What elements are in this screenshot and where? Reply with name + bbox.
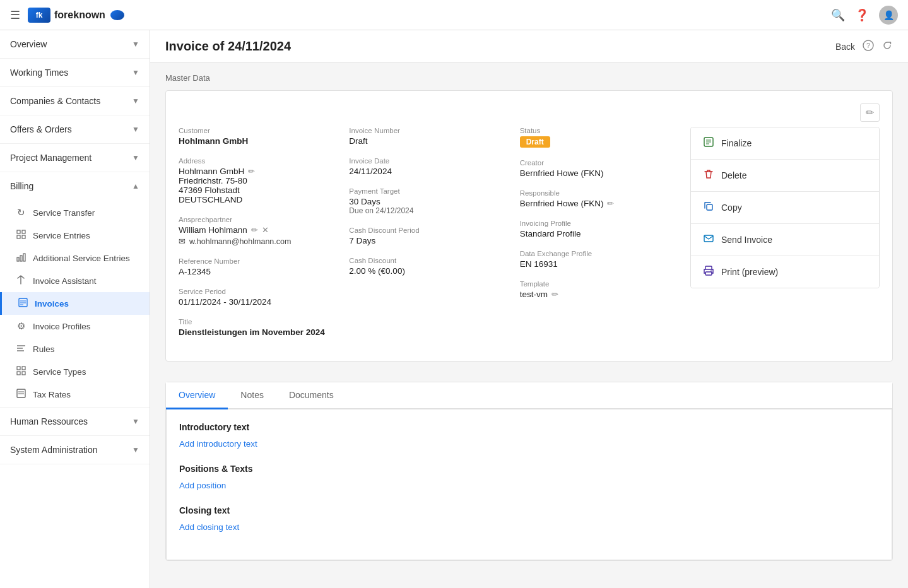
field-responsible: Responsible Bernfried Howe (FKN) ✏ <box>520 189 678 208</box>
address-country: DEUTSCHLAND <box>179 195 336 204</box>
contact-email: w.hohlmann@hohlmann.com <box>189 237 291 246</box>
tab-documents[interactable]: Documents <box>276 382 346 409</box>
main-header: Invoice of 24/11/2024 Back ? <box>150 30 908 63</box>
contact-email-row: ✉ w.hohlmann@hohlmann.com <box>179 237 336 246</box>
print-preview-label: Print (preview) <box>721 267 778 277</box>
edit-address-icon[interactable]: ✏ <box>248 167 255 176</box>
send-invoice-label: Send Invoice <box>721 235 772 245</box>
app-logo: fk foreknown <box>28 8 124 23</box>
field-creator: Creator Bernfried Howe (FKN) <box>520 159 678 178</box>
responsible-value: Bernfried Howe (FKN) <box>520 199 604 208</box>
field-customer: Customer Hohlmann GmbH <box>179 127 336 146</box>
svg-rect-28 <box>704 235 713 242</box>
send-invoice-button[interactable]: Send Invoice <box>691 224 879 256</box>
menu-hamburger-icon[interactable]: ☰ <box>10 8 20 22</box>
sidebar-section-header-companies[interactable]: Companies & Contacts ▼ <box>0 87 150 115</box>
field-invoice-number: Invoice Number Draft <box>349 127 507 146</box>
template-label: Template <box>520 280 678 288</box>
field-address: Address Hohlmann GmbH ✏ Friedrichstr. 75… <box>179 157 336 204</box>
invoice-number-value: Draft <box>349 136 507 146</box>
address-company-row: Hohlmann GmbH ✏ <box>179 167 336 176</box>
sidebar-item-rules[interactable]: Rules <box>0 338 150 360</box>
sidebar-section-sysadmin: System Administration ▼ <box>0 436 150 464</box>
payment-target-value: 30 Days <box>349 197 507 206</box>
master-data-card: ✏ Customer Hohlmann GmbH Address <box>165 90 893 362</box>
edit-button[interactable]: ✏ <box>860 103 880 122</box>
sidebar-item-label: Service Transfer <box>33 208 95 218</box>
app-name: foreknown <box>54 9 105 21</box>
cash-discount-period-label: Cash Discount Period <box>349 226 507 234</box>
add-closing-text-link[interactable]: Add closing text <box>179 522 239 532</box>
invoice-date-label: Invoice Date <box>349 157 507 165</box>
print-preview-button[interactable]: Print (preview) <box>691 256 879 288</box>
remove-contact-icon[interactable]: ✕ <box>262 225 269 235</box>
search-icon[interactable]: 🔍 <box>831 8 845 22</box>
back-button[interactable]: Back <box>835 42 855 52</box>
header-actions: Back ? <box>835 40 893 54</box>
add-introductory-text-link[interactable]: Add introductory text <box>179 439 257 449</box>
tab-overview[interactable]: Overview <box>166 382 228 409</box>
sidebar-section-label-overview: Overview <box>10 39 47 49</box>
copy-button[interactable]: Copy <box>691 192 879 224</box>
edit-template-icon[interactable]: ✏ <box>551 290 558 299</box>
sidebar-section-header-overview[interactable]: Overview ▼ <box>0 30 150 58</box>
sidebar-item-invoice-assistant[interactable]: Invoice Assistant <box>0 269 150 292</box>
chevron-down-icon: ▼ <box>132 445 139 454</box>
edit-contact-icon[interactable]: ✏ <box>251 225 258 235</box>
sidebar-section-header-working-times[interactable]: Working Times ▼ <box>0 59 150 86</box>
sidebar-item-service-types[interactable]: Service Types <box>0 360 150 383</box>
copy-icon <box>702 201 715 215</box>
cash-discount-value: 2.00 % (€0.00) <box>349 266 507 276</box>
sidebar-section-label-project: Project Management <box>10 153 91 163</box>
sidebar-item-service-entries[interactable]: Service Entries <box>0 224 150 247</box>
sidebar-section-label-hr: Human Ressources <box>10 416 88 426</box>
sidebar-item-label: Service Types <box>33 367 86 377</box>
sidebar-item-additional-service-entries[interactable]: Additional Service Entries <box>0 247 150 269</box>
sidebar-item-tax-rates[interactable]: Tax Rates <box>0 383 150 406</box>
data-exchange-profile-label: Data Exchange Profile <box>520 250 678 257</box>
contact-label: Ansprechpartner <box>179 216 336 223</box>
address-city: 47369 Flohstadt <box>179 185 336 195</box>
field-status: Status Draft <box>520 127 678 148</box>
field-invoice-date: Invoice Date 24/11/2024 <box>349 157 507 176</box>
edit-responsible-icon[interactable]: ✏ <box>607 199 614 208</box>
sidebar-section-overview: Overview ▼ <box>0 30 150 59</box>
master-data-row: ✏ Customer Hohlmann GmbH Address <box>165 90 893 372</box>
service-transfer-icon: ↻ <box>15 207 27 218</box>
page-title: Invoice of 24/11/2024 <box>165 39 291 54</box>
sidebar-item-service-transfer[interactable]: ↻ Service Transfer <box>0 201 150 224</box>
help-circle-icon[interactable]: ? <box>863 40 874 54</box>
sidebar-section-header-project[interactable]: Project Management ▼ <box>0 144 150 172</box>
refresh-icon[interactable] <box>881 40 893 54</box>
sidebar-section-header-billing[interactable]: Billing ▲ <box>0 172 150 200</box>
sidebar-section-header-hr[interactable]: Human Ressources ▼ <box>0 408 150 435</box>
sidebar-section-label-working-times: Working Times <box>10 68 68 78</box>
tab-notes[interactable]: Notes <box>228 382 276 409</box>
title-label: Title <box>179 318 336 326</box>
help-icon[interactable]: ❓ <box>855 8 869 22</box>
invoice-date-value: 24/11/2024 <box>349 167 507 176</box>
payment-target-due: Due on 24/12/2024 <box>349 206 507 215</box>
creator-label: Creator <box>520 159 678 167</box>
svg-rect-6 <box>23 254 25 261</box>
delete-icon <box>702 168 715 182</box>
reference-label: Reference Number <box>179 257 336 265</box>
field-template: Template test-vm ✏ <box>520 280 678 299</box>
finalize-button[interactable]: Finalize <box>691 127 879 160</box>
add-position-link[interactable]: Add position <box>179 481 226 490</box>
sidebar-item-invoices[interactable]: Invoices <box>0 292 150 315</box>
sidebar-item-invoice-profiles[interactable]: ⚙ Invoice Profiles <box>0 315 150 338</box>
chevron-down-icon: ▼ <box>132 417 139 426</box>
svg-rect-29 <box>705 266 712 269</box>
sidebar-section-label-offers: Offers & Orders <box>10 124 72 134</box>
topbar-right: 🔍 ❓ 👤 <box>831 6 898 25</box>
invoice-assistant-icon <box>15 275 27 286</box>
sidebar-section-label-billing: Billing <box>10 181 33 191</box>
delete-button[interactable]: Delete <box>691 160 879 192</box>
sidebar-section-header-sysadmin[interactable]: System Administration ▼ <box>0 436 150 464</box>
sidebar: Overview ▼ Working Times ▼ Companies & C… <box>0 30 150 588</box>
svg-rect-27 <box>707 204 712 210</box>
user-avatar[interactable]: 👤 <box>879 6 898 25</box>
sidebar-section-header-offers[interactable]: Offers & Orders ▼ <box>0 115 150 143</box>
sidebar-section-offers: Offers & Orders ▼ <box>0 115 150 144</box>
